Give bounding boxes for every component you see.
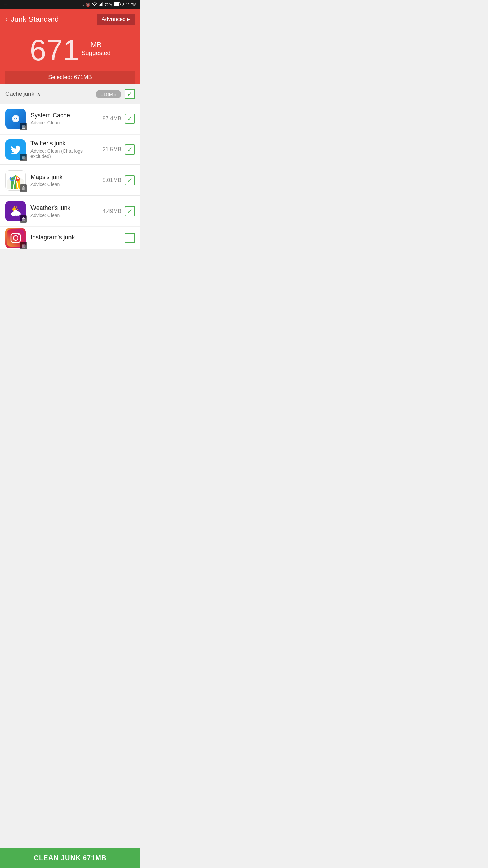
item-advice: Advice: Clean bbox=[30, 120, 95, 125]
section-header-right: 118MB ✓ bbox=[96, 89, 135, 99]
junk-sublabel: Suggested bbox=[81, 50, 110, 57]
battery-pct: 72% bbox=[105, 3, 112, 7]
item-info: Weather's junk Advice: Clean bbox=[30, 204, 95, 218]
app-icon-wrapper: G 🗑 bbox=[5, 170, 26, 191]
item-right: 21.5MB ✓ bbox=[99, 144, 135, 155]
item-name: System Cache bbox=[30, 112, 95, 119]
svg-text:G: G bbox=[9, 176, 14, 182]
selected-label: Selected: 671MB bbox=[48, 74, 92, 80]
item-name: Instagram's junk bbox=[30, 234, 120, 241]
cache-section-checkbox[interactable]: ✓ bbox=[125, 89, 135, 99]
item-checkbox[interactable]: ✓ bbox=[125, 114, 135, 124]
svg-rect-2 bbox=[101, 3, 102, 6]
svg-point-12 bbox=[17, 177, 19, 179]
junk-unit-block: MB Suggested bbox=[81, 35, 110, 57]
trash-overlay-icon: 🗑 bbox=[20, 123, 27, 130]
item-size: 4.49MB bbox=[99, 208, 121, 214]
item-info: Maps's junk Advice: Clean bbox=[30, 174, 95, 187]
trash-overlay-icon: 🗑 bbox=[20, 242, 27, 249]
svg-rect-5 bbox=[120, 4, 121, 5]
advanced-label: Advanced bbox=[102, 16, 126, 22]
junk-size-display: 671 MB Suggested bbox=[5, 32, 135, 71]
status-right: ⊙ 🔇 72% 3:42 PM bbox=[81, 2, 136, 7]
junk-number-block: 671 MB Suggested bbox=[5, 35, 135, 65]
app-header: ‹ Junk Standard Advanced ▶ 671 MB Sugges… bbox=[0, 9, 140, 84]
trash-overlay-icon: 🗑 bbox=[20, 215, 27, 223]
item-info: Instagram's junk bbox=[30, 234, 120, 242]
menu-dots: ··· bbox=[4, 3, 7, 7]
junk-unit: MB bbox=[81, 41, 110, 50]
page-title: Junk Standard bbox=[11, 15, 59, 24]
item-advice: Advice: Clean (Chat logs excluded) bbox=[30, 148, 95, 159]
collapse-icon[interactable] bbox=[37, 91, 40, 97]
list-item: 🗑 Twitter's junk Advice: Clean (Chat log… bbox=[0, 135, 140, 165]
svg-point-8 bbox=[15, 118, 16, 119]
back-button[interactable]: ‹ bbox=[5, 16, 8, 23]
advanced-arrow-icon: ▶ bbox=[127, 17, 130, 22]
battery-icon bbox=[114, 2, 121, 7]
cache-size-badge: 118MB bbox=[96, 90, 121, 98]
item-advice: Advice: Clean bbox=[30, 182, 95, 187]
item-right: 4.49MB ✓ bbox=[99, 206, 135, 216]
cache-junk-label: Cache junk bbox=[5, 91, 34, 97]
svg-text:YAHOO!: YAHOO! bbox=[9, 217, 19, 219]
section-header-left: Cache junk bbox=[5, 91, 40, 97]
list-item: 🗑 Instagram's junk bbox=[0, 227, 140, 249]
item-size: 87.4MB bbox=[99, 116, 121, 122]
svg-rect-3 bbox=[102, 2, 103, 6]
item-right: 87.4MB ✓ bbox=[99, 114, 135, 124]
header-left: ‹ Junk Standard bbox=[5, 15, 59, 24]
item-checkbox[interactable]: ✓ bbox=[125, 144, 135, 155]
junk-main-number: 671 bbox=[30, 35, 80, 65]
app-icon-wrapper: 🗑 bbox=[5, 108, 26, 129]
content-area: Cache junk 118MB ✓ 🗑 System Cache Advice… bbox=[0, 84, 140, 249]
item-info: System Cache Advice: Clean bbox=[30, 112, 95, 125]
item-info: Twitter's junk Advice: Clean (Chat logs … bbox=[30, 140, 95, 159]
item-checkbox-partial[interactable] bbox=[125, 233, 135, 243]
header-top: ‹ Junk Standard Advanced ▶ bbox=[5, 14, 135, 25]
item-size: 5.01MB bbox=[99, 177, 121, 183]
svg-rect-6 bbox=[114, 3, 119, 6]
sound-off-icon: 🔇 bbox=[86, 3, 90, 7]
item-advice: Advice: Clean bbox=[30, 213, 95, 218]
selected-bar: Selected: 671MB bbox=[5, 71, 135, 84]
trash-overlay-icon: 🗑 bbox=[20, 184, 27, 192]
nfc-icon: ⊙ bbox=[81, 3, 84, 7]
svg-rect-0 bbox=[99, 5, 100, 6]
wifi-icon bbox=[92, 2, 97, 7]
trash-overlay-icon: 🗑 bbox=[20, 154, 27, 161]
svg-rect-1 bbox=[100, 4, 101, 7]
list-item: G 🗑 Maps's junk Advice: Clean 5.01MB ✓ bbox=[0, 165, 140, 196]
item-name: Twitter's junk bbox=[30, 140, 95, 147]
signal-icon bbox=[99, 2, 103, 7]
app-icon-wrapper: YAHOO! 🗑 bbox=[5, 201, 26, 221]
app-icon-wrapper: 🗑 bbox=[5, 228, 26, 248]
item-name: Maps's junk bbox=[30, 174, 95, 181]
app-icon-wrapper: 🗑 bbox=[5, 139, 26, 160]
time-display: 3:42 PM bbox=[122, 3, 136, 7]
cache-section-header: Cache junk 118MB ✓ bbox=[0, 84, 140, 104]
item-right: 5.01MB ✓ bbox=[99, 175, 135, 185]
item-name: Weather's junk bbox=[30, 204, 95, 212]
item-size: 21.5MB bbox=[99, 146, 121, 153]
svg-point-26 bbox=[18, 234, 20, 235]
status-left: ··· bbox=[4, 3, 7, 7]
item-checkbox[interactable]: ✓ bbox=[125, 175, 135, 185]
list-item: YAHOO! 🗑 Weather's junk Advice: Clean 4.… bbox=[0, 196, 140, 226]
advanced-button[interactable]: Advanced ▶ bbox=[97, 14, 135, 25]
item-checkbox[interactable]: ✓ bbox=[125, 206, 135, 216]
svg-point-21 bbox=[13, 210, 18, 214]
list-item: 🗑 System Cache Advice: Clean 87.4MB ✓ bbox=[0, 104, 140, 134]
status-bar: ··· ⊙ 🔇 72% 3:4 bbox=[0, 0, 140, 9]
item-right bbox=[125, 233, 135, 243]
